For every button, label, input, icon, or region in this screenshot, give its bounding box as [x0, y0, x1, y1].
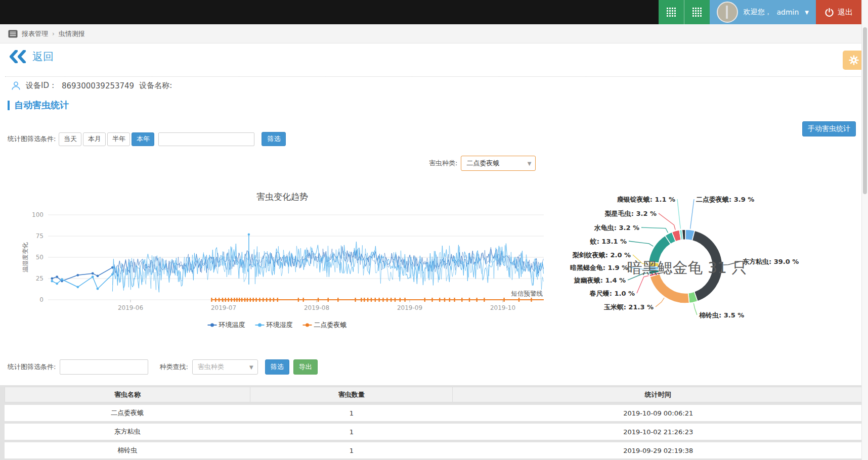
- donut-label-蚊: 蚊: 13.1 %: [590, 238, 627, 245]
- donut-label-玉米螟: 玉米螟: 21.3 %: [604, 303, 654, 311]
- breadcrumb-separator: ›: [52, 30, 55, 37]
- breadcrumb-item-pest[interactable]: 虫情测报: [59, 29, 85, 38]
- pest-table: 害虫名称害虫数量统计时间 二点委夜蛾12019-10-09 00:06:21东方…: [0, 385, 868, 460]
- donut-label-瘦银锭夜蛾: 瘦银锭夜蛾: 1.1 %: [617, 196, 675, 203]
- species-select[interactable]: 二点委夜蛾 ▼: [461, 156, 536, 171]
- device-id-label: 设备ID：: [26, 81, 57, 90]
- svg-text:环境温度: 环境温度: [219, 321, 245, 329]
- donut-label-棉铃虫: 棉铃虫: 3.5 %: [699, 311, 744, 319]
- grid-icon: [666, 7, 676, 17]
- range-button-当天[interactable]: 当天: [59, 132, 81, 146]
- breadcrumb: 报表管理 › 虫情测报: [0, 24, 868, 43]
- table-row[interactable]: 二点委夜蛾12019-10-09 00:06:21: [5, 405, 863, 421]
- breadcrumb-item-report[interactable]: 报表管理: [22, 29, 48, 38]
- donut-slice-玉米螟[interactable]: [650, 274, 689, 303]
- logout-label: 退出: [838, 8, 853, 17]
- donut-label-二点委夜蛾: 二点委夜蛾: 3.9 %: [696, 196, 754, 203]
- table-column-header: 统计时间: [453, 387, 863, 402]
- donut-label-水龟虫: 水龟虫: 3.2 %: [594, 224, 639, 232]
- table-cell: 棉铃虫: [5, 442, 250, 458]
- table-cell: 二点委夜蛾: [5, 405, 250, 421]
- table-filter-row: 统计图筛选条件: 种类查找: 害虫种类 ▼ 筛选 导出: [8, 359, 318, 375]
- device-name-label: 设备名称:: [139, 81, 172, 90]
- table-cell: 2019-09-29 02:19:38: [453, 442, 863, 458]
- top-navbar: 欢迎您，admin ▼ 退出: [0, 0, 868, 24]
- filter-button[interactable]: 筛选: [262, 132, 286, 146]
- table-cell: 1: [250, 442, 453, 458]
- table-column-header: 害虫数量: [250, 387, 453, 402]
- table-cell: 1: [250, 405, 453, 421]
- back-label: 返回: [32, 50, 54, 64]
- species-select-row: 害虫种类: 二点委夜蛾 ▼: [429, 156, 536, 171]
- table-header: 害虫名称害虫数量统计时间: [5, 387, 863, 402]
- report-list-icon: [8, 30, 18, 38]
- welcome-text: 欢迎您，: [743, 8, 771, 17]
- section-accent-bar: [8, 101, 10, 110]
- pest-trend-line-chart: 02550751002019-062019-072019-082019-0920…: [20, 188, 554, 335]
- table-cell: 1: [250, 424, 453, 440]
- table-cell: 2019-10-09 00:06:21: [453, 405, 863, 421]
- donut-center-label: 暗黑鳃金龟 31 只: [627, 259, 747, 277]
- date-filter-input[interactable]: [158, 132, 254, 146]
- legend-item-二点委夜蛾[interactable]: 二点委夜蛾: [303, 321, 347, 329]
- table-row[interactable]: 棉铃虫12019-09-29 02:19:38: [5, 442, 863, 458]
- svg-text:2019-08: 2019-08: [304, 304, 329, 311]
- svg-text:25: 25: [36, 275, 44, 282]
- back-button[interactable]: 返回: [9, 50, 54, 64]
- donut-label-春尺蠖: 春尺蠖: 1.0 %: [589, 290, 635, 297]
- range-button-半年[interactable]: 半年: [107, 132, 130, 146]
- date-range-group: 当天本月半年本年: [59, 132, 154, 146]
- section-header: 自动害虫统计: [8, 99, 69, 111]
- grid-icon: [692, 7, 702, 17]
- divider: [5, 76, 863, 77]
- donut-label-梨星毛虫: 梨星毛虫: 3.2 %: [604, 210, 657, 217]
- chevron-down-icon: ▼: [805, 10, 809, 15]
- species-search-label: 种类查找:: [159, 362, 188, 372]
- species-search-placeholder: 害虫种类: [198, 362, 224, 372]
- series-环境湿度: [112, 245, 543, 291]
- manual-pest-stats-button[interactable]: 手动害虫统计: [802, 121, 856, 136]
- table-filter-input[interactable]: [60, 359, 148, 375]
- species-search-select[interactable]: 害虫种类 ▼: [192, 359, 258, 375]
- avatar: [717, 2, 738, 23]
- range-button-本月[interactable]: 本月: [83, 132, 106, 146]
- species-select-label: 害虫种类:: [429, 159, 457, 168]
- logout-button[interactable]: 退出: [816, 0, 862, 24]
- svg-text:2019-07: 2019-07: [211, 304, 236, 311]
- donut-slice-other[interactable]: [682, 229, 685, 240]
- double-chevron-left-icon: [9, 50, 27, 63]
- apps-grid-button-1[interactable]: [659, 0, 684, 24]
- svg-text:0: 0: [39, 296, 44, 303]
- scrollbar[interactable]: [861, 0, 868, 460]
- donut-label-梨剑纹夜蛾: 梨剑纹夜蛾: 2.0 %: [572, 251, 631, 259]
- page: 欢迎您，admin ▼ 退出 报表管理 › 虫情测报: [0, 0, 868, 460]
- table-body: 二点委夜蛾12019-10-09 00:06:21东方粘虫12019-10-02…: [5, 405, 863, 458]
- species-select-value: 二点委夜蛾: [466, 159, 499, 168]
- chevron-down-icon: ▼: [249, 364, 253, 370]
- table-cell: 2019-10-02 21:26:23: [453, 424, 863, 440]
- user-menu[interactable]: 欢迎您，admin ▼: [710, 0, 816, 24]
- export-button[interactable]: 导出: [293, 359, 318, 375]
- device-info: 设备ID： 869300039253749 设备名称:: [11, 81, 172, 90]
- table-filter-button[interactable]: 筛选: [265, 359, 289, 375]
- table-row[interactable]: 东方粘虫12019-10-02 21:26:23: [5, 424, 863, 440]
- svg-text:50: 50: [36, 254, 44, 261]
- range-button-本年[interactable]: 本年: [132, 132, 154, 146]
- svg-text:2019-10: 2019-10: [490, 304, 515, 311]
- svg-text:75: 75: [36, 233, 44, 240]
- navbar-right-group: 欢迎您，admin ▼ 退出: [659, 0, 862, 24]
- table-column-header: 害虫名称: [5, 387, 250, 402]
- device-id-value: 869300039253749: [62, 81, 134, 90]
- apps-grid-button-2[interactable]: [684, 0, 710, 24]
- donut-label-旋幽夜蛾: 旋幽夜蛾: 1.4 %: [574, 277, 626, 284]
- legend-item-环境温度[interactable]: 环境温度: [208, 321, 245, 329]
- legend-item-环境湿度[interactable]: 环境湿度: [255, 321, 293, 329]
- table-cell: 东方粘虫: [5, 424, 250, 440]
- donut-label-暗黑鳃金龟: 暗黑鳃金龟: 1.9 %: [570, 264, 628, 271]
- power-icon: [825, 8, 834, 17]
- svg-text:环境湿度: 环境湿度: [266, 321, 293, 329]
- scrollbar-thumb[interactable]: [863, 27, 867, 194]
- chart-filter-label: 统计图筛选条件:: [8, 134, 56, 144]
- svg-text:害虫变化趋势: 害虫变化趋势: [256, 192, 308, 202]
- chevron-down-icon: ▼: [528, 161, 532, 166]
